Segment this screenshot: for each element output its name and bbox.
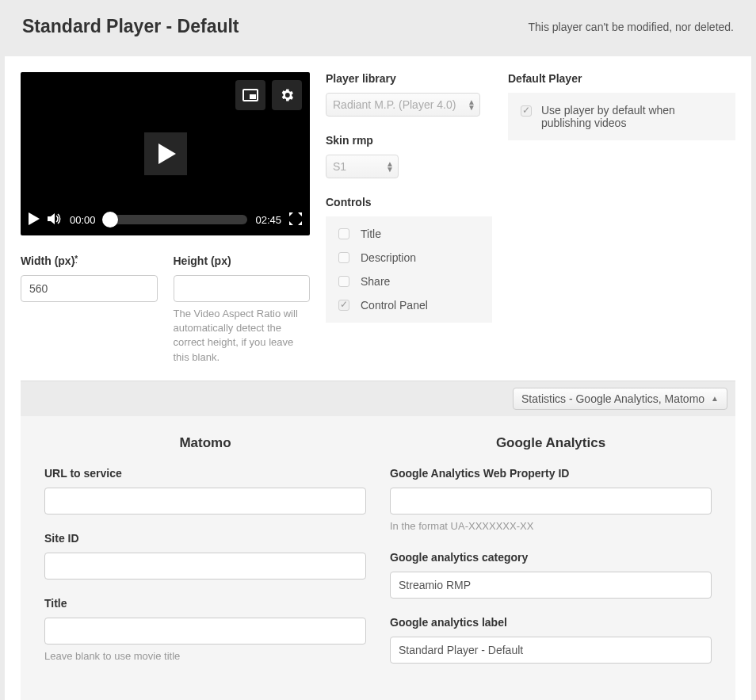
matomo-url-input[interactable] [44,488,366,514]
skin-select[interactable]: S1 [326,155,399,178]
checkbox-description[interactable] [338,252,349,263]
svg-rect-1 [250,94,256,99]
stats-toggle-label: Statistics - Google Analytics, Matomo [521,392,704,405]
controls-item-label: Control Panel [361,299,428,312]
default-player-text: Use player by default when publishing vi… [541,104,723,129]
progress-knob[interactable] [102,212,118,228]
time-end: 02:45 [255,214,281,226]
checkbox-default-player[interactable] [521,105,532,117]
controls-label: Controls [326,196,492,208]
default-player-label: Default Player [508,72,735,85]
ga-heading: Google Analytics [390,435,712,451]
ga-label-label: Google analytics label [390,616,712,629]
page-title: Standard Player - Default [22,16,239,37]
matomo-column: Matomo URL to service Site ID Title Leav… [44,435,366,681]
pip-icon[interactable] [235,80,265,110]
checkbox-share[interactable] [338,276,349,287]
matomo-title-label: Title [44,597,366,610]
play-small-icon[interactable] [29,212,40,228]
height-input[interactable] [174,275,311,302]
ga-cat-label: Google analytics category [390,551,712,564]
matomo-siteid-input[interactable] [44,553,366,580]
controls-item-label: Share [361,275,390,288]
library-select[interactable]: Radiant M.P. (Player 4.0) [326,93,480,117]
ga-column: Google Analytics Google Analytics Web Pr… [390,435,712,681]
chevron-up-icon: ▲ [711,394,719,403]
ga-label-input[interactable] [390,637,712,664]
checkbox-control-panel[interactable] [338,300,349,311]
ga-prop-help: In the format UA-XXXXXXX-XX [390,519,712,534]
height-label: Height (px) [174,254,311,267]
skin-label: Skin rmp [326,134,492,147]
checkbox-title[interactable] [338,228,349,239]
stats-header-bar: Statistics - Google Analytics, Matomo ▲ [21,381,735,416]
gear-icon[interactable] [272,80,302,110]
matomo-title-input[interactable] [44,618,366,645]
svg-marker-2 [158,143,176,164]
svg-marker-3 [29,212,40,225]
video-preview[interactable]: 00:00 02:45 [21,72,310,235]
default-player-box: Use player by default when publishing vi… [508,93,735,140]
fullscreen-icon[interactable] [289,212,302,228]
matomo-heading: Matomo [44,435,366,451]
height-help: The Video Aspect Ratio will automaticall… [174,307,311,365]
svg-marker-4 [48,213,55,224]
width-input[interactable] [21,275,158,302]
matomo-url-label: URL to service [44,467,366,480]
ga-prop-label: Google Analytics Web Property ID [390,467,712,480]
readonly-note: This player can't be modified, nor delet… [529,21,735,33]
library-label: Player library [326,72,492,85]
ga-prop-input[interactable] [390,488,712,514]
controls-item-label: Title [361,228,381,240]
matomo-title-help: Leave blank to use movie title [44,649,366,664]
width-label: Width (px)* [21,254,158,267]
time-start: 00:00 [70,214,96,226]
ga-cat-input[interactable] [390,572,712,599]
stats-toggle[interactable]: Statistics - Google Analytics, Matomo ▲ [513,388,727,410]
controls-item-label: Description [361,251,416,264]
page-header: Standard Player - Default This player ca… [5,5,751,56]
volume-icon[interactable] [48,212,62,228]
play-button[interactable] [144,132,187,175]
matomo-siteid-label: Site ID [44,532,366,545]
progress-bar[interactable] [104,215,248,224]
controls-box: Title Description Share Control Pan [326,216,492,323]
